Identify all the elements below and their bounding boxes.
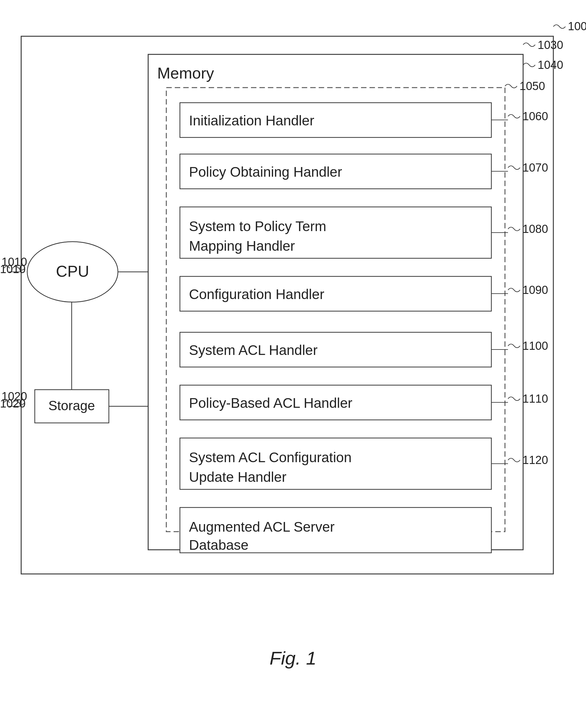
handler-label-7b: Update Handler	[189, 469, 286, 485]
ref-1080: 1080	[522, 223, 548, 235]
handler-label-6: Policy-Based ACL Handler	[189, 395, 352, 411]
handler-label-1: Initialization Handler	[189, 113, 314, 128]
ref-1110: 1110	[522, 392, 548, 405]
page: Memory Initialization Handler Policy Obt…	[0, 0, 586, 728]
handler-label-4: Configuration Handler	[189, 286, 324, 302]
handler-label-3b: Mapping Handler	[189, 238, 295, 254]
ref-1030: 1030	[538, 39, 563, 51]
handler-label-2: Policy Obtaining Handler	[189, 164, 342, 180]
ref-1070: 1070	[522, 161, 548, 174]
ref-1060: 1060	[522, 110, 548, 123]
ref-left-1010: 1010	[1, 256, 27, 268]
ref-1000: 1000	[568, 20, 586, 33]
memory-label: Memory	[157, 64, 214, 82]
ref-1100: 1100	[522, 340, 548, 352]
handler-label-8a: Augmented ACL Server	[189, 519, 335, 535]
handler-label-8b: Database	[189, 537, 248, 553]
squiggle-1000	[553, 25, 565, 28]
storage-label: Storage	[48, 398, 95, 413]
ref-1120: 1120	[522, 454, 548, 466]
ref-left-1020: 1020	[1, 390, 27, 403]
ref-1040: 1040	[538, 59, 563, 71]
handler-label-7a: System ACL Configuration	[189, 449, 352, 465]
cpu-label: CPU	[56, 262, 89, 280]
diagram-svg: Memory Initialization Handler Policy Obt…	[0, 0, 586, 728]
fig-caption: Fig. 1	[269, 648, 316, 669]
ref-1090: 1090	[522, 284, 548, 296]
handler-label-3a: System to Policy Term	[189, 218, 326, 234]
ref-1050: 1050	[519, 80, 545, 93]
handler-label-5: System ACL Handler	[189, 342, 317, 358]
